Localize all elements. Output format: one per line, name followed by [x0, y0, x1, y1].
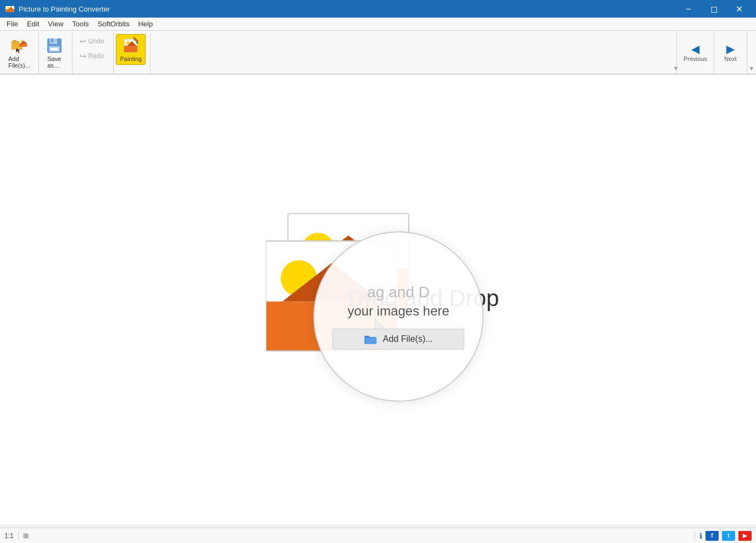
save-as-label: Saveas... — [47, 56, 61, 69]
menu-file[interactable]: File — [2, 19, 23, 29]
menu-softorbits[interactable]: SoftOrbits — [93, 19, 134, 29]
twitter-button[interactable]: t — [722, 531, 735, 541]
facebook-button[interactable]: f — [705, 531, 719, 541]
redo-label: Redo — [88, 52, 104, 60]
svg-rect-9 — [19, 43, 27, 47]
undo-icon: ↩ — [80, 37, 86, 46]
redo-button[interactable]: ↪ Redo — [75, 49, 109, 63]
undo-redo-group: ↩ Undo ↪ Redo — [75, 34, 109, 63]
circle-text-top: ag and D — [367, 284, 430, 301]
ribbon-nav: ◀ Previous ▶ Next ▼ — [676, 31, 756, 74]
add-files-button[interactable]: AddFile(s)... — [4, 34, 34, 71]
ribbon-group-file: AddFile(s)... — [2, 33, 39, 74]
save-icon — [46, 37, 63, 54]
menu-edit[interactable]: Edit — [23, 19, 43, 29]
info-button[interactable]: ℹ — [699, 531, 702, 540]
minimize-button[interactable]: – — [676, 0, 701, 18]
previous-label: Previous — [683, 56, 707, 62]
add-files-circle-label: Add File(s)... — [383, 334, 433, 344]
menu-bar: File Edit View Tools SoftOrbits Help — [0, 18, 756, 31]
ribbon-group-save: Saveas... — [39, 33, 73, 74]
status-separator-1 — [18, 531, 19, 541]
main-area: Drag and Drop ag and D your images here … — [0, 75, 756, 524]
svg-rect-17 — [51, 48, 58, 51]
svg-point-3 — [7, 7, 9, 9]
ribbon: AddFile(s)... Saveas... ↩ Undo — [0, 31, 756, 75]
status-bar: 1:1 ⊞ ℹ f t ▶ — [0, 528, 756, 543]
close-button[interactable]: ✕ — [726, 0, 752, 18]
ribbon-right-expand[interactable]: ▼ — [747, 31, 756, 74]
svg-rect-39 — [364, 337, 376, 344]
menu-tools[interactable]: Tools — [68, 19, 93, 29]
svg-rect-2 — [5, 9, 14, 12]
maximize-button[interactable]: ◻ — [701, 0, 726, 18]
status-separator-2 — [694, 531, 695, 541]
youtube-button[interactable]: ▶ — [738, 531, 752, 541]
previous-icon: ◀ — [691, 42, 699, 56]
undo-button[interactable]: ↩ Undo — [75, 34, 109, 48]
ribbon-group-history: ↩ Undo ↪ Redo — [73, 33, 114, 74]
folder-icon — [364, 334, 377, 345]
app-title: Picture to Painting Converter — [19, 5, 110, 13]
circle-text-mid: your images here — [347, 303, 449, 319]
drop-zone-container: Drag and Drop ag and D your images here … — [0, 75, 756, 524]
svg-rect-15 — [51, 38, 53, 42]
svg-rect-7 — [13, 40, 16, 42]
zoom-level: 1:1 — [4, 532, 14, 540]
painting-label: Painting — [120, 56, 142, 62]
painting-icon — [122, 37, 140, 54]
status-right: ℹ f t ▶ — [699, 531, 752, 541]
undo-label: Undo — [88, 37, 104, 45]
title-bar: Picture to Painting Converter – ◻ ✕ — [0, 0, 756, 18]
view-icon: ⊞ — [23, 532, 29, 540]
add-files-icon — [10, 37, 28, 54]
painting-button[interactable]: Painting — [116, 34, 146, 65]
next-icon: ▶ — [726, 42, 735, 56]
menu-help[interactable]: Help — [134, 19, 157, 29]
svg-rect-19 — [124, 46, 137, 52]
app-icon — [4, 3, 15, 14]
previous-button[interactable]: ◀ Previous — [677, 31, 714, 74]
add-files-label: AddFile(s)... — [8, 56, 30, 69]
redo-icon: ↪ — [80, 52, 86, 60]
add-files-circle-button[interactable]: Add File(s)... — [332, 329, 464, 350]
ribbon-group-painting: Painting — [114, 33, 151, 74]
next-label: Next — [724, 56, 737, 62]
menu-view[interactable]: View — [43, 19, 68, 29]
next-button[interactable]: ▶ Next — [714, 31, 747, 74]
save-as-button[interactable]: Saveas... — [41, 34, 68, 71]
circle-overlay: ag and D your images here Add File(s)... — [313, 231, 483, 402]
